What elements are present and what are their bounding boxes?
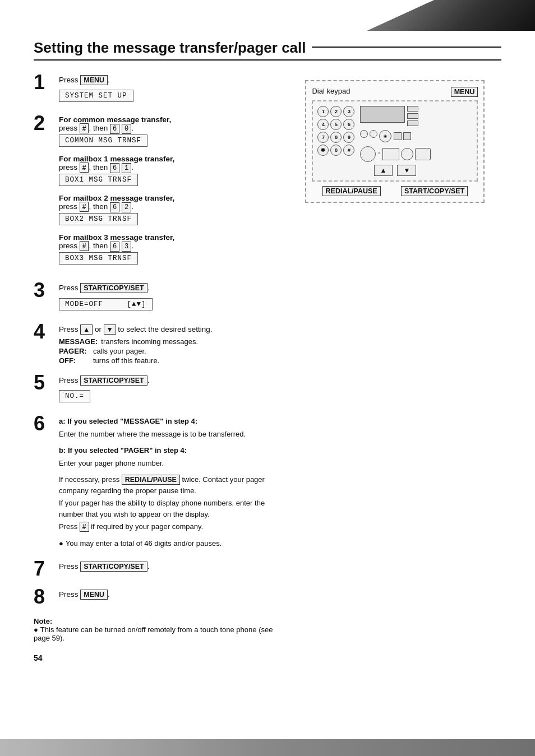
right-small-buttons (407, 106, 418, 126)
note-text: This feature can be turned on/off remote… (34, 625, 288, 642)
step-7-text: Press START/COPY/SET. (59, 561, 288, 572)
step-4-labels: MESSAGE: transfers incoming messages. PA… (59, 337, 288, 365)
key-1: 1 (317, 106, 329, 117)
key-7: 7 (317, 132, 329, 143)
step-2a-desc: press #, then 6 0. (59, 124, 288, 133)
sm-circle-1 (360, 130, 368, 138)
step-8-content: Press MENU. (59, 589, 288, 602)
step-4-off-row: OFF: turns off this feature. (59, 356, 288, 365)
step-2a-title: For common message transfer, (59, 115, 288, 124)
step-1: 1 Press MENU. SYSTEM SET UP (34, 75, 288, 105)
key-hash: # (343, 145, 354, 156)
note-title: Note: (34, 617, 288, 625)
step-1-text: Press MENU. (59, 75, 288, 86)
step-1-display: SYSTEM SET UP (59, 90, 133, 102)
title-underline (312, 47, 501, 48)
step-6-content: a: If you selected "MESSAGE" in step 4: … (59, 416, 288, 551)
step-7-number: 7 (34, 559, 53, 579)
key-4: 4 (317, 119, 329, 130)
step-2d-title: For mailbox 3 message transfer, (59, 233, 288, 242)
key-2: 2 (330, 106, 342, 117)
menu-key-diagram: MENU (451, 87, 478, 97)
step-6b-text: Enter your pager phone number. (59, 458, 288, 469)
keypad-body: 1 2 3 4 5 6 7 8 (312, 100, 478, 182)
digit-1-2b: 1 (122, 163, 131, 173)
step-2b-title: For mailbox 1 message transfer, (59, 155, 288, 163)
menu-key-1: MENU (80, 75, 108, 85)
bottom-buttons: REDIAL/PAUSE START/COPY/SET (312, 186, 478, 196)
step-3-text: Press START/COPY/SET. (59, 282, 288, 294)
key-star: ✱ (317, 145, 329, 156)
step-4: 4 Press ▲ or ▼ to select the desired set… (34, 324, 288, 365)
right-row-2: ◉ (360, 130, 431, 142)
instructions-column: 1 Press MENU. SYSTEM SET UP 2 For common… (34, 75, 288, 662)
step-8: 8 Press MENU. (34, 589, 288, 607)
mini-btn-1 (394, 132, 402, 140)
mini-btn-2 (403, 132, 411, 140)
display-2c: BOX2 MSG TRNSF (59, 213, 138, 225)
display-2b: BOX1 MSG TRNSF (59, 174, 138, 186)
keypad-row-3: 7 8 9 (317, 132, 354, 143)
step-3-number: 3 (34, 280, 53, 300)
step-2-number: 2 (34, 113, 53, 133)
step-1-content: Press MENU. SYSTEM SET UP (59, 75, 288, 105)
step-2a: For common message transfer, press #, th… (59, 115, 288, 150)
keypad-row-2: 4 5 6 (317, 119, 354, 130)
step-4-content: Press ▲ or ▼ to select the desired setti… (59, 324, 288, 365)
hash-key-2d: # (80, 241, 89, 251)
step-4-number: 4 (34, 322, 53, 342)
keypad-row-1: 1 2 3 (317, 106, 354, 117)
step-6b: b: If you selected "PAGER" in step 4: En… (59, 445, 288, 469)
step-6-note3: Press # if required by your pager compan… (59, 521, 288, 532)
start-copy-set-btn-diagram: START/COPY/SET (401, 186, 468, 196)
step-8-number: 8 (34, 587, 53, 607)
step-7-content: Press START/COPY/SET. (59, 561, 288, 574)
sq-btn-2 (401, 148, 413, 160)
down-arrow-btn[interactable]: ▼ (397, 165, 416, 176)
sm-circle-speaker: ◉ (379, 130, 391, 142)
digit-6-2d: 6 (110, 242, 119, 252)
right-row-3: ° (360, 146, 431, 162)
key-5: 5 (330, 119, 342, 130)
step-3: 3 Press START/COPY/SET. MODE=OFF [▲▼] (34, 282, 288, 313)
step-6: 6 a: If you selected "MESSAGE" in step 4… (34, 416, 288, 551)
sq-btn-3 (415, 148, 431, 160)
step-2: 2 For common message transfer, press #, … (34, 115, 288, 272)
arrows-row: ▲ ▼ (317, 165, 472, 176)
step-5-content: Press START/COPY/SET. NO.= (59, 375, 288, 406)
step-6a-title: a: If you selected "MESSAGE" in step 4: (59, 417, 197, 425)
start-copy-set-key-5: START/COPY/SET (80, 375, 147, 386)
digit-0-2a: 0 (122, 124, 131, 134)
step-6-note2: If your pager has the ability to display… (59, 498, 288, 520)
step-6a-text: Enter the number where the message is to… (59, 429, 288, 440)
keypad-inner: 1 2 3 4 5 6 7 8 (317, 106, 472, 162)
step-6-number: 6 (34, 414, 53, 434)
note-section: Note: This feature can be turned on/off … (34, 617, 288, 642)
up-arrow-key-4: ▲ (80, 324, 93, 335)
main-content: 1 Press MENU. SYSTEM SET UP 2 For common… (34, 75, 501, 662)
off-val: turns off this feature. (93, 356, 159, 365)
step-2c-desc: press #, then 6 2. (59, 202, 288, 211)
sm-circle-2 (370, 130, 377, 138)
redial-pause-btn-diagram: REDIAL/PAUSE (322, 186, 381, 196)
step-6-note1: If necessary, press REDIAL/PAUSE twice. … (59, 474, 288, 496)
down-arrow-key-4: ▼ (104, 324, 116, 335)
btn-r1 (407, 106, 418, 112)
step-5-number: 5 (34, 373, 53, 393)
title-text: Setting the message transfer/pager call (34, 39, 306, 57)
step-5: 5 Press START/COPY/SET. NO.= (34, 375, 288, 406)
step-2b: For mailbox 1 message transfer, press #,… (59, 155, 288, 189)
right-mini-buttons (394, 132, 411, 140)
up-arrow-btn[interactable]: ▲ (374, 165, 393, 176)
right-controls: ◉ ° (360, 106, 431, 162)
keypad-diagram: Dial keypad MENU 1 2 3 (305, 80, 485, 203)
step-8-text: Press MENU. (59, 589, 288, 600)
footer-decoration (0, 739, 535, 756)
key-6: 6 (343, 119, 354, 130)
display-rect (360, 106, 405, 123)
step-4-pager-row: PAGER: calls your pager. (59, 347, 288, 355)
key-3: 3 (343, 106, 354, 117)
step-6a: a: If you selected "MESSAGE" in step 4: … (59, 416, 288, 439)
key-9: 9 (343, 132, 354, 143)
redial-pause-key-6: REDIAL/PAUSE (122, 475, 180, 485)
